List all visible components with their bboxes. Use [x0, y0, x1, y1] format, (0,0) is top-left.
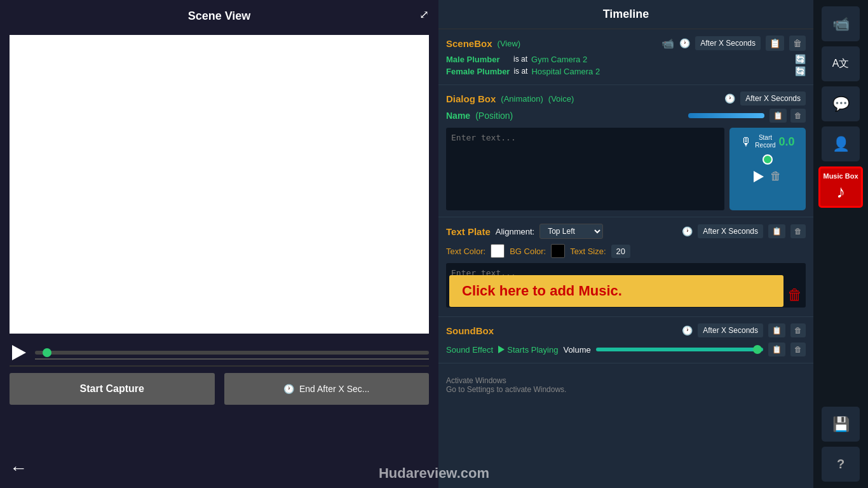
dialog-progress-bar [688, 113, 764, 118]
playback-controls [0, 337, 438, 365]
soundbox-trash-icon[interactable]: 🗑 [790, 342, 806, 356]
help-toolbar-button[interactable]: ? [822, 447, 860, 482]
volume-bar[interactable] [596, 348, 763, 351]
dialog-textarea[interactable] [446, 128, 724, 210]
gym-camera-name: Gym Camera 2 [531, 55, 587, 64]
scene-view-header: Scene View ⤢ [0, 0, 438, 32]
scenebox-row1: SceneBox (View) 📹 🕐 After X Seconds 📋 🗑 [446, 36, 806, 51]
music-box-button[interactable]: Music Box ♪ [818, 166, 863, 208]
text-icon: A文 [832, 57, 850, 71]
chat-toolbar-button[interactable]: 💬 [822, 86, 860, 121]
soundbox-row2: Sound Effect Starts Playing Volume 📋 🗑 [446, 342, 806, 356]
progress-bar[interactable] [35, 351, 429, 355]
person-toolbar-button[interactable]: 👤 [822, 126, 860, 161]
timer-icon-soundbox: 🕐 [682, 325, 693, 336]
timer-icon: 🕐 [283, 384, 294, 394]
expand-icon[interactable]: ⤢ [419, 8, 429, 22]
text-toolbar-button[interactable]: A文 [822, 46, 860, 81]
scene-play-button[interactable] [10, 343, 29, 362]
start-capture-button[interactable]: Start Capture [10, 373, 215, 405]
scene-view-panel: Scene View ⤢ Start Capture 🕐 End After X… [0, 0, 438, 488]
dialogbox-label: Dialog Box [446, 93, 496, 104]
video-icon: 📹 [832, 16, 850, 32]
save-icon: 💾 [832, 416, 850, 433]
textplate-delete-btn[interactable]: 🗑 [790, 224, 806, 238]
timeline-header: Timeline [438, 0, 813, 29]
delete-icon-red[interactable]: 🗑 [787, 286, 803, 304]
textplate-textarea-container: Click here to add Music. 🗑 [446, 263, 806, 310]
text-size-label: Text Size: [570, 247, 606, 256]
dialog-row1: Dialog Box (Animation) (Voice) 🕐 After X… [446, 92, 806, 105]
chat-icon: 💬 [832, 96, 850, 112]
scene-canvas [10, 35, 429, 334]
video-toolbar-button[interactable]: 📹 [822, 6, 860, 41]
scenebox-after-x-seconds[interactable]: After X Seconds [695, 36, 761, 50]
save-toolbar-button[interactable]: 💾 [822, 407, 860, 442]
starts-playing-label: Starts Playing [507, 345, 558, 355]
dialog-row2: Name (Position) 📋 🗑 [446, 109, 806, 123]
music-box-label: Music Box [823, 172, 858, 180]
help-icon: ? [837, 457, 844, 471]
back-arrow-button[interactable]: ← [10, 458, 27, 478]
progress-line [35, 358, 429, 360]
soundbox-after-x-btn[interactable]: After X Seconds [698, 323, 763, 337]
textplate-row1: Text Plate Alignment: Top Left Top Cente… [446, 224, 806, 239]
bottom-buttons: Start Capture 🕐 End After X Sec... [0, 367, 438, 414]
starts-playing-button[interactable]: Starts Playing [498, 345, 558, 355]
record-controls: 🗑 [754, 170, 782, 183]
male-plumber-row: Male Plumber is at Gym Camera 2 🔄 [446, 54, 806, 64]
text-color-swatch[interactable] [491, 244, 505, 258]
activate-subtitle: Go to Settings to activate Windows. [446, 385, 806, 394]
record-play-button[interactable] [754, 171, 764, 182]
textplate-copy-btn[interactable]: 📋 [768, 224, 785, 238]
male-plumber-is-at: is at [513, 55, 527, 64]
soundbox-copy-icon[interactable]: 📋 [768, 342, 785, 356]
music-note-icon: ♪ [836, 182, 845, 202]
voice-link[interactable]: (Voice) [548, 94, 574, 104]
dialog-icons: 📋 🗑 [770, 109, 806, 123]
alignment-label: Alignment: [496, 227, 534, 236]
record-row: 🎙 Start Record 0.0 [740, 134, 794, 149]
scenebox-delete-icon[interactable]: 🗑 [789, 36, 806, 51]
bg-color-swatch[interactable] [551, 244, 565, 258]
male-plumber-name: Male Plumber [446, 55, 510, 64]
record-panel: 🎙 Start Record 0.0 🗑 [729, 128, 806, 210]
dialog-copy-btn[interactable]: 📋 [770, 109, 787, 123]
music-tooltip: Click here to add Music. [449, 275, 783, 307]
soundbox-copy-btn[interactable]: 📋 [768, 323, 785, 337]
scenebox-section: SceneBox (View) 📹 🕐 After X Seconds 📋 🗑 … [438, 29, 813, 85]
camera-icon: 📹 [661, 37, 674, 50]
female-plumber-row: Female Plumber is at Hospital Camera 2 🔄 [446, 66, 806, 76]
timer-icon-dialog: 🕐 [724, 93, 735, 104]
sound-effect-label: Sound Effect [446, 345, 493, 355]
dialog-after-x-btn[interactable]: After X Seconds [740, 92, 806, 105]
scenebox-view-link[interactable]: (View) [498, 39, 521, 48]
position-label: (Position) [475, 111, 513, 121]
refresh-icon-female[interactable]: 🔄 [795, 66, 806, 76]
alignment-select[interactable]: Top Left Top Center Top Right Bottom Lef… [539, 224, 603, 239]
dialog-content-row: 🎙 Start Record 0.0 🗑 [446, 128, 806, 210]
scenebox-copy-icon[interactable]: 📋 [766, 36, 784, 51]
dialog-delete-btn[interactable]: 🗑 [790, 109, 806, 123]
soundbox-delete-btn[interactable]: 🗑 [790, 323, 806, 337]
play-triangle-icon [12, 345, 26, 360]
soundbox-row1: SoundBox 🕐 After X Seconds 📋 🗑 [446, 323, 806, 337]
end-after-label: End After X Sec... [299, 384, 370, 394]
volume-dot [753, 345, 762, 354]
record-play-icon [754, 171, 764, 182]
hospital-camera-name: Hospital Camera 2 [531, 67, 600, 76]
scenebox-label: SceneBox [446, 38, 492, 49]
start-record-text: Start Record [755, 134, 775, 149]
female-plumber-name: Female Plumber [446, 67, 510, 76]
textplate-after-x-btn[interactable]: After X Seconds [698, 224, 763, 238]
text-size-value: 20 [611, 245, 630, 258]
end-after-button[interactable]: 🕐 End After X Sec... [224, 373, 430, 405]
animation-link[interactable]: (Animation) [501, 94, 543, 104]
volume-label: Volume [563, 345, 590, 355]
right-toolbar: 📹 A文 💬 👤 Music Box ♪ 💾 ? [813, 0, 868, 488]
record-delete-button[interactable]: 🗑 [770, 170, 782, 183]
bg-color-label: BG Color: [510, 247, 546, 256]
name-label: Name [446, 111, 470, 121]
mic-icon: 🎙 [740, 135, 752, 149]
refresh-icon-male[interactable]: 🔄 [795, 54, 806, 64]
